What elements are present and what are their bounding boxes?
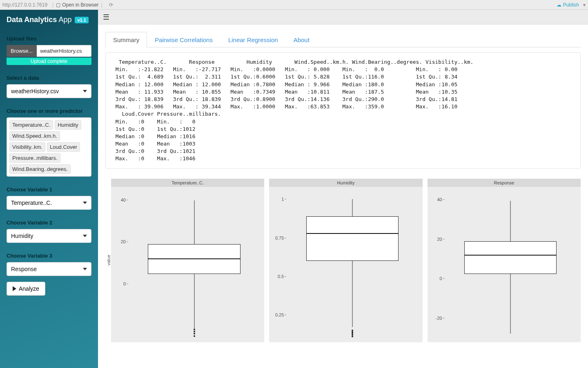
predictor-tag[interactable]: Wind.Speed..km.h. xyxy=(9,131,60,141)
y-tick: 0.75 xyxy=(271,236,284,240)
var3-dropdown[interactable]: Response xyxy=(7,262,91,276)
main-area: ☰ SummaryPairwise CorrelationsLinear Reg… xyxy=(98,10,588,368)
chevron-down-icon xyxy=(83,202,87,204)
chart-title: Response xyxy=(428,179,581,187)
publish-button[interactable]: ☁ Publish ▾ xyxy=(557,2,586,8)
predictor-tag[interactable]: Temperature..C. xyxy=(9,120,53,130)
predictor-tag[interactable]: Humidity xyxy=(55,120,81,130)
y-tick: 0.25 xyxy=(271,312,284,317)
y-tick: 40 xyxy=(113,197,126,202)
brand-light: App xyxy=(58,16,71,24)
chevron-down-icon xyxy=(83,268,87,270)
chevron-down-icon xyxy=(83,235,87,237)
var1-value: Temperature..C. xyxy=(11,200,52,206)
predictor-label: Choose one or more predictor xyxy=(7,108,91,114)
tab-pairwise-correlations[interactable]: Pairwise Correlations xyxy=(147,32,220,47)
analyze-label: Analyze xyxy=(19,285,39,292)
y-tick: 0 xyxy=(429,276,442,281)
uploaded-file-name: weatherHistory.cs xyxy=(37,45,91,57)
chart-title: Humidity xyxy=(269,179,422,187)
var1-dropdown[interactable]: Temperature..C. xyxy=(7,196,91,210)
y-tick: 20 xyxy=(429,237,442,242)
predictor-tag[interactable]: Wind.Bearing..degrees. xyxy=(9,164,71,174)
chevron-down-icon: ▾ xyxy=(583,2,586,8)
analyze-button[interactable]: Analyze xyxy=(7,282,45,296)
summary-text: Temperature..C. Response Humidity Wind.S… xyxy=(112,58,574,163)
y-tick: -20 xyxy=(429,316,442,321)
tab-about[interactable]: About xyxy=(286,32,317,47)
upload-files-label: Upload files xyxy=(7,36,91,42)
browse-button[interactable]: Browse... xyxy=(7,45,37,57)
hamburger-icon[interactable]: ☰ xyxy=(103,13,109,22)
chart-title: Temperature..C. xyxy=(111,179,264,187)
refresh-icon[interactable]: ⟳ xyxy=(109,2,113,8)
ide-topbar: http://127.0.0.1:7619 | ▢ Open in Browse… xyxy=(0,0,588,10)
y-tick: 0 xyxy=(113,281,126,286)
tab-linear-regression[interactable]: Linear Regression xyxy=(220,32,286,47)
chevron-down-icon xyxy=(83,90,87,92)
version-badge: v1.1 xyxy=(75,17,88,23)
summary-output-well: Temperature..C. Response Humidity Wind.S… xyxy=(105,52,581,169)
publish-icon: ☁ xyxy=(557,2,561,8)
y-tick: 40 xyxy=(429,197,442,202)
url-display: http://127.0.0.1:7619 xyxy=(2,2,47,8)
boxplot-response: Response-2002040 xyxy=(428,179,581,342)
open-in-browser-button[interactable]: ▢ Open in Browser xyxy=(56,2,98,8)
predictor-tag[interactable]: Loud.Cover xyxy=(47,142,80,152)
boxplot-row: Temperature..C.02040Humidity0.250.50.751… xyxy=(111,179,581,342)
select-data-value: weatherHistory.csv xyxy=(11,88,59,94)
var3-label: Choose Variable 3 xyxy=(7,253,91,259)
predictor-tag[interactable]: Visibility..km. xyxy=(9,142,45,152)
brand-bold: Data Analytics xyxy=(7,16,57,24)
var1-label: Choose Variable 1 xyxy=(7,186,91,193)
select-data-label: Select a data xyxy=(7,75,91,81)
predictor-multiselect[interactable]: Temperature..C.HumidityWind.Speed..km.h.… xyxy=(7,117,91,177)
open-in-browser-label: Open in Browser xyxy=(62,2,98,8)
app-brand: Data Analytics App v1.1 xyxy=(0,10,98,31)
y-tick: 0.5 xyxy=(271,274,284,279)
tab-bar: SummaryPairwise CorrelationsLinear Regre… xyxy=(105,32,581,47)
tab-summary[interactable]: Summary xyxy=(105,32,147,47)
main-topstrip: ☰ xyxy=(98,10,588,25)
play-icon xyxy=(13,286,16,291)
var2-label: Choose Variable 2 xyxy=(7,220,91,226)
predictor-tag[interactable]: Pressure..millibars. xyxy=(9,153,60,163)
y-tick: 1 xyxy=(271,197,284,202)
window-icon: ▢ xyxy=(56,2,60,8)
upload-progress-bar: Upload complete xyxy=(7,58,91,65)
select-data-dropdown[interactable]: weatherHistory.csv xyxy=(7,84,91,98)
boxplot-temperature-c-: Temperature..C.02040 xyxy=(111,179,264,342)
publish-label: Publish xyxy=(563,2,579,8)
var3-value: Response xyxy=(11,266,37,272)
var2-dropdown[interactable]: Humidity xyxy=(7,229,91,243)
var2-value: Humidity xyxy=(11,233,33,239)
boxplot-humidity: Humidity0.250.50.751 xyxy=(269,179,422,342)
sidebar: Data Analytics App v1.1 Upload files Bro… xyxy=(0,10,98,368)
y-tick: 20 xyxy=(113,239,126,244)
charts-y-axis-label: value xyxy=(105,255,111,265)
